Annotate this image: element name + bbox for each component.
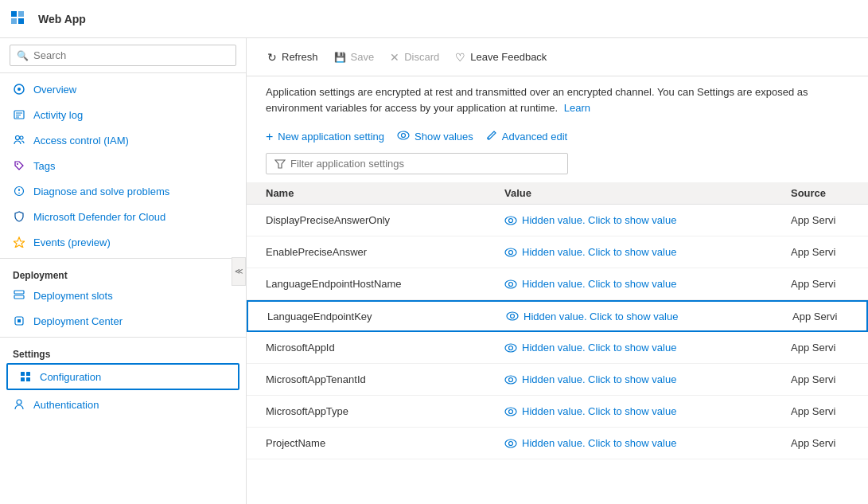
sidebar-item-configuration[interactable]: Configuration	[6, 363, 239, 390]
sidebar-item-access-control[interactable]: Access control (IAM)	[0, 127, 246, 153]
row-name: LanguageEndpointKey	[267, 303, 506, 330]
discard-icon: ✕	[390, 51, 399, 64]
svg-point-43	[505, 408, 516, 416]
table-row: ProjectName Hidden value. Click to show …	[247, 428, 868, 459]
svg-point-40	[509, 346, 513, 350]
eye-icon	[397, 131, 410, 143]
svg-rect-1	[18, 11, 24, 17]
activity-log-icon	[13, 108, 25, 121]
svg-rect-17	[14, 291, 24, 294]
diagnose-icon	[13, 185, 25, 197]
deployment-slots-label: Deployment slots	[33, 290, 113, 302]
filter-bar	[247, 153, 868, 182]
svg-point-36	[509, 282, 513, 286]
hidden-value[interactable]: Hidden value. Click to show value	[504, 239, 791, 265]
tags-label: Tags	[33, 160, 55, 172]
overview-label: Overview	[33, 84, 76, 96]
refresh-button[interactable]: ↻ Refresh	[259, 47, 326, 68]
svg-point-38	[511, 315, 515, 318]
row-source: App Servi	[791, 271, 849, 297]
table-row: MicrosoftAppType Hidden value. Click to …	[247, 396, 868, 428]
svg-rect-0	[11, 11, 17, 17]
svg-rect-20	[18, 319, 21, 322]
authentication-label: Authentication	[33, 399, 99, 411]
svg-rect-23	[21, 377, 25, 381]
description-text: Application settings are encrypted at re…	[247, 76, 868, 120]
row-name: LanguageEndpointHostName	[266, 271, 504, 297]
svg-point-41	[505, 376, 516, 384]
tags-icon	[13, 159, 25, 172]
defender-label: Microsoft Defender for Cloud	[33, 211, 165, 223]
svg-point-46	[509, 441, 513, 445]
col-source-header: Source	[791, 187, 849, 199]
events-icon	[13, 236, 25, 248]
row-source: App Servi	[792, 303, 847, 330]
svg-point-10	[16, 136, 20, 140]
row-source: App Servi	[791, 207, 849, 233]
hidden-value[interactable]: Hidden value. Click to show value	[504, 271, 791, 297]
svg-point-31	[505, 217, 516, 225]
sidebar-item-authentication[interactable]: Authentication	[0, 392, 246, 417]
table-row: LanguageEndpointHostName Hidden value. C…	[247, 268, 868, 300]
hidden-value[interactable]: Hidden value. Click to show value	[504, 207, 791, 233]
advanced-edit-button[interactable]: Advanced edit	[486, 127, 567, 147]
svg-point-12	[17, 163, 18, 165]
sidebar-item-diagnose[interactable]: Diagnose and solve problems	[0, 178, 246, 204]
row-name: MicrosoftAppTenantId	[266, 366, 504, 393]
deployment-center-icon	[13, 315, 25, 327]
hidden-value[interactable]: Hidden value. Click to show value	[504, 398, 791, 424]
hidden-value[interactable]: Hidden value. Click to show value	[504, 430, 791, 456]
search-icon: 🔍	[17, 50, 29, 61]
discard-button[interactable]: ✕ Discard	[382, 47, 447, 68]
hidden-value[interactable]: Hidden value. Click to show value	[504, 366, 791, 393]
access-control-icon	[13, 134, 25, 147]
hidden-value[interactable]: Hidden value. Click to show value	[504, 334, 791, 361]
row-source: App Servi	[791, 239, 849, 265]
search-box[interactable]: 🔍	[10, 45, 236, 66]
svg-point-5	[18, 88, 21, 91]
row-name: ProjectName	[266, 430, 504, 456]
show-values-button[interactable]: Show values	[397, 127, 473, 146]
search-input[interactable]	[33, 49, 229, 61]
svg-point-33	[505, 248, 516, 256]
new-application-setting-button[interactable]: + New application setting	[266, 127, 384, 147]
sidebar-item-defender[interactable]: Microsoft Defender for Cloud	[0, 204, 246, 229]
sidebar-item-deployment-center[interactable]: Deployment Center	[0, 308, 246, 334]
sidebar-item-tags[interactable]: Tags	[0, 153, 246, 178]
svg-point-25	[17, 400, 21, 404]
svg-point-42	[509, 377, 513, 381]
sidebar-item-deployment-slots[interactable]: Deployment slots	[0, 283, 246, 308]
filter-icon	[274, 158, 286, 170]
feedback-icon: ♡	[455, 51, 465, 64]
hidden-value[interactable]: Hidden value. Click to show value	[506, 303, 792, 330]
svg-rect-21	[21, 372, 25, 376]
learn-more-link[interactable]: Learn	[564, 102, 590, 114]
pencil-icon	[486, 130, 497, 143]
collapse-button[interactable]: ≪	[232, 257, 246, 286]
save-icon: 💾	[334, 52, 346, 63]
sidebar-item-overview[interactable]: Overview	[0, 76, 246, 102]
action-buttons-bar: + New application setting Show values Ad…	[247, 120, 868, 153]
overview-icon	[13, 83, 25, 96]
svg-point-11	[20, 136, 23, 139]
configuration-label: Configuration	[40, 371, 101, 383]
svg-rect-2	[11, 18, 17, 24]
filter-input[interactable]	[290, 158, 559, 170]
col-value-header: Value	[504, 187, 791, 199]
deployment-section-header: Deployment	[0, 262, 246, 283]
table-row: MicrosoftAppTenantId Hidden value. Click…	[247, 364, 868, 396]
save-button[interactable]: 💾 Save	[326, 47, 383, 67]
row-source: App Servi	[791, 334, 849, 361]
svg-point-27	[402, 134, 406, 138]
sidebar-item-activity-log[interactable]: Activity log	[0, 102, 246, 127]
svg-rect-18	[14, 295, 24, 299]
svg-point-37	[507, 312, 518, 320]
leave-feedback-button[interactable]: ♡ Leave Feedback	[447, 47, 555, 68]
sidebar-item-events[interactable]: Events (preview)	[0, 229, 246, 255]
row-name: MicrosoftAppId	[266, 334, 504, 361]
row-name: MicrosoftAppType	[266, 398, 504, 424]
svg-point-32	[509, 218, 513, 222]
activity-log-label: Activity log	[33, 109, 83, 121]
svg-point-34	[509, 250, 513, 254]
svg-point-44	[509, 409, 513, 413]
